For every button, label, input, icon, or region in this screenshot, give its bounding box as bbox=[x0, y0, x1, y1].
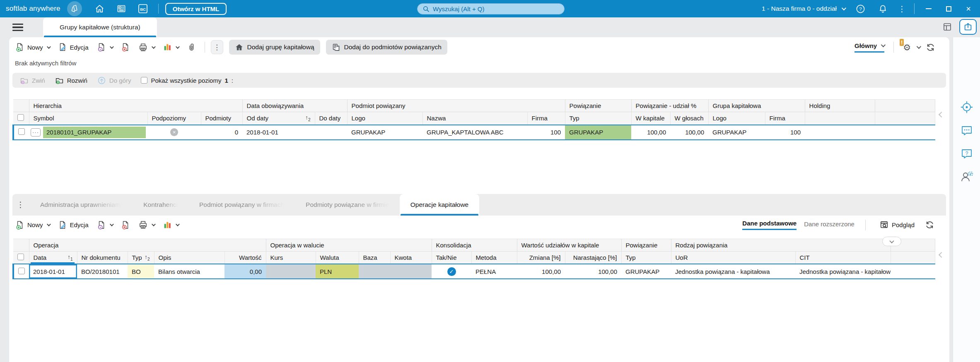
detail-new-button[interactable]: Nowy bbox=[12, 219, 53, 231]
minimize-button[interactable] bbox=[923, 3, 934, 14]
col-uor[interactable]: UoR bbox=[671, 251, 795, 264]
col-symbol[interactable]: Symbol bbox=[29, 112, 147, 125]
row-actions-button[interactable]: ··· bbox=[31, 128, 41, 137]
symbol-cell[interactable]: ··· 20180101_GRUPAKAP bbox=[29, 125, 147, 140]
search-input[interactable] bbox=[433, 5, 559, 12]
add-capital-group-button[interactable]: Dodaj grupę kapitałową bbox=[229, 40, 320, 55]
news-icon[interactable] bbox=[114, 2, 128, 16]
notifications-bell-icon[interactable] bbox=[876, 2, 890, 16]
basic-data-tab[interactable]: Dane podstawowe bbox=[742, 220, 797, 230]
yes-no-cell[interactable]: ✓ bbox=[432, 264, 471, 279]
home-icon[interactable] bbox=[93, 2, 107, 16]
more-menu-icon[interactable]: ⋮ bbox=[898, 5, 906, 13]
add-to-related-entities-button[interactable]: Dodaj do podmiotów powiązanych bbox=[326, 40, 447, 55]
open-in-html-button[interactable]: Otwórz w HTML bbox=[165, 3, 227, 15]
print-button[interactable] bbox=[135, 41, 157, 54]
col-in-capital[interactable]: W kapitale bbox=[631, 112, 670, 125]
tab-kontrahenci[interactable]: Kontrahenci bbox=[133, 194, 188, 216]
help-icon[interactable]: ? bbox=[853, 2, 867, 16]
tab-podmioty-powiazane-w-firmie[interactable]: Podmioty powiązane w firmie bbox=[295, 194, 400, 216]
doc-number-cell[interactable]: BO/20180101 bbox=[77, 264, 128, 279]
col-cumulative-pct[interactable]: Narastająco [%] bbox=[565, 251, 621, 264]
detail-edit-button[interactable]: Edycja bbox=[55, 219, 92, 231]
col-entities[interactable]: Podmioty bbox=[201, 112, 242, 125]
amount-cell[interactable] bbox=[390, 264, 432, 279]
col-amount[interactable]: Kwota bbox=[390, 251, 432, 264]
app-logo-badge[interactable] bbox=[67, 1, 82, 16]
description-cell[interactable]: Bilans otwarcia bbox=[154, 264, 224, 279]
in-capital-cell[interactable]: 100,00 bbox=[631, 125, 670, 140]
detail-delete-button[interactable] bbox=[118, 219, 133, 231]
delete-button[interactable] bbox=[118, 41, 133, 53]
col-value[interactable]: Wartość bbox=[224, 251, 266, 264]
select-all-checkbox[interactable] bbox=[17, 254, 24, 260]
settings-gears-icon[interactable]: ! ⚙ bbox=[903, 43, 911, 52]
col-to-date[interactable]: Do daty bbox=[315, 112, 347, 125]
expand-all-button[interactable]: Rozwiń bbox=[52, 76, 91, 85]
currency-cell[interactable]: PLN bbox=[316, 264, 359, 279]
tab-podmiot-powiazany-w-firmach[interactable]: Podmiot powiązany w firmach bbox=[188, 194, 295, 216]
col-sublevels[interactable]: Podpoziomy bbox=[147, 112, 201, 125]
select-all-checkbox[interactable] bbox=[17, 114, 24, 121]
maximize-button[interactable] bbox=[943, 3, 954, 14]
view-selector[interactable]: Główny bbox=[854, 42, 884, 53]
col-company[interactable]: Firma bbox=[527, 112, 565, 125]
levels-value[interactable]: 1 bbox=[224, 77, 228, 84]
tab-operacje-kapitalowe[interactable]: Operacje kapitałowe bbox=[400, 194, 479, 216]
tab-grupy-kapitalowe[interactable]: Grupy kapitałowe (struktura) bbox=[43, 17, 157, 37]
name-cell[interactable]: GRUPA_KAPTALOWA ABC bbox=[422, 125, 527, 140]
col-name[interactable]: Nazwa bbox=[422, 112, 527, 125]
col-date[interactable]: Data ↑1 bbox=[29, 251, 77, 264]
col-base[interactable]: Baza bbox=[359, 251, 390, 264]
col-in-votes[interactable]: W głosach bbox=[670, 112, 708, 125]
assistant-person-icon[interactable] bbox=[959, 169, 975, 185]
toolbar-overflow-button[interactable]: ⋮ bbox=[211, 40, 223, 54]
global-search[interactable] bbox=[417, 3, 565, 14]
col-currency[interactable]: Waluta bbox=[316, 251, 359, 264]
logo-cell[interactable]: GRUPAKAP bbox=[347, 125, 422, 140]
detail-tabs-overflow-icon[interactable]: ⋮ bbox=[12, 201, 29, 209]
col-description[interactable]: Opis bbox=[154, 251, 224, 264]
tab-administracja-uprawnieniami[interactable]: Administracja uprawnieniami bbox=[29, 194, 133, 216]
uor-cell[interactable]: Jednostka powiązana - kapitałowa bbox=[671, 264, 795, 279]
chat-icon[interactable] bbox=[959, 122, 975, 138]
col-yes-no[interactable]: Tak/Nie bbox=[432, 251, 471, 264]
show-all-levels-toggle[interactable]: Pokaż wszystkie poziomy 1 : bbox=[138, 77, 237, 84]
detail-document-info-button[interactable] bbox=[94, 219, 116, 231]
cumulative-pct-cell[interactable]: 100,00 bbox=[565, 264, 621, 279]
method-cell[interactable]: PEŁNA bbox=[471, 264, 517, 279]
document-info-button[interactable] bbox=[94, 41, 116, 53]
col-cit[interactable]: CIT bbox=[795, 251, 891, 264]
group-logo-cell[interactable]: GRUPAKAP bbox=[708, 125, 765, 140]
bc-module-icon[interactable]: BC bbox=[136, 2, 150, 16]
detail-refresh-icon[interactable] bbox=[925, 220, 934, 230]
holding-cell[interactable] bbox=[805, 125, 875, 140]
from-date-cell[interactable]: 2018-01-01 bbox=[242, 125, 315, 140]
col-link-type[interactable]: Typ bbox=[621, 251, 671, 264]
to-date-cell[interactable] bbox=[315, 125, 347, 140]
show-all-levels-checkbox[interactable] bbox=[141, 77, 147, 84]
menu-icon[interactable] bbox=[12, 24, 23, 31]
link-type-cell[interactable]: GRUPAKAP bbox=[621, 264, 671, 279]
extended-data-tab[interactable]: Dane rozszerzone bbox=[804, 221, 854, 230]
col-rate[interactable]: Kurs bbox=[266, 251, 316, 264]
col-change-pct[interactable]: Zmiana [%] bbox=[517, 251, 565, 264]
col-link-type[interactable]: Typ bbox=[565, 112, 631, 125]
share-button[interactable] bbox=[959, 19, 977, 35]
row-checkbox[interactable] bbox=[18, 128, 25, 135]
entities-cell[interactable]: 0 bbox=[201, 125, 242, 140]
collapse-columns-chevron[interactable] bbox=[939, 112, 944, 117]
table-row[interactable]: 2018-01-01 BO/20180101 BO Bilans otwarci… bbox=[13, 264, 935, 279]
page-layout-icon[interactable] bbox=[940, 20, 954, 34]
edit-button[interactable]: Edycja bbox=[55, 41, 92, 53]
collapse-columns-chevron[interactable] bbox=[939, 252, 944, 257]
cit-cell[interactable]: Jednostka powiązana - kapitałowa bbox=[795, 264, 891, 279]
collapse-detail-panel-button[interactable] bbox=[882, 237, 901, 246]
detail-chart-button[interactable] bbox=[160, 219, 181, 231]
attachments-button[interactable] bbox=[184, 41, 199, 53]
refresh-icon[interactable] bbox=[926, 43, 935, 52]
base-cell[interactable] bbox=[359, 264, 390, 279]
collapse-all-button[interactable]: Zwiń bbox=[17, 76, 48, 85]
rate-cell[interactable] bbox=[266, 264, 316, 279]
help-chat-icon[interactable]: ? bbox=[959, 146, 975, 161]
